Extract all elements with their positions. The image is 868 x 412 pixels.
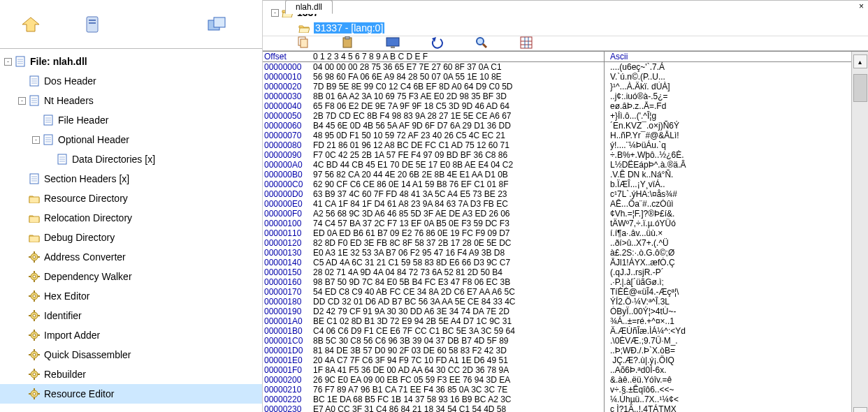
history-icon[interactable] bbox=[82, 15, 102, 34]
hex-bytes: 28 02 71 4A 9D 4A 04 84 72 73 6A 52 81 2… bbox=[313, 267, 604, 277]
search-icon[interactable] bbox=[475, 36, 489, 50]
hex-row[interactable]: 000000C062 90 CF C6 CE 86 0E 14 A1 59 B8… bbox=[263, 179, 851, 189]
hex-row[interactable]: 0000016098 B7 50 9D 7C 84 E0 5B B4 FC E3… bbox=[263, 277, 851, 287]
hex-row[interactable]: 00000060B4 45 6E 0D 4B 56 5A AF 9D 6F D7… bbox=[263, 121, 851, 131]
hex-row[interactable]: 00000190D2 42 79 CF 91 9A 30 30 DD A6 3E… bbox=[263, 307, 851, 316]
expander-icon[interactable]: - bbox=[4, 58, 12, 66]
tree-item-label: Dependency Walker bbox=[44, 271, 132, 282]
hex-row[interactable]: 00000140C5 AD 4A 6C 31 21 C1 59 58 83 8D… bbox=[263, 258, 851, 267]
hex-offset: 000000C0 bbox=[263, 179, 313, 189]
screen-icon[interactable] bbox=[386, 36, 400, 50]
tree-item-optional-header[interactable]: -Optional Header bbox=[0, 130, 262, 149]
hex-bytes: A2 56 68 9C 3D A6 46 85 5D 3F AE DE A3 E… bbox=[313, 209, 604, 219]
hex-row[interactable]: 00000220BC 1E DA 68 B5 FC 1B 14 37 58 93… bbox=[263, 395, 851, 404]
hex-row[interactable]: 0000012082 8D F0 ED 3E FB 8C 8F 58 37 2B… bbox=[263, 238, 851, 248]
hex-row[interactable]: 000000F0A2 56 68 9C 3D A6 46 85 5D 3F AE… bbox=[263, 209, 851, 219]
scroll-up-icon[interactable]: ▴ bbox=[853, 54, 867, 68]
open-icon[interactable] bbox=[21, 15, 41, 34]
svg-rect-3 bbox=[89, 22, 96, 24]
copy-icon[interactable] bbox=[296, 36, 310, 50]
hex-ascii: v÷.§.±Êqîô6..<<~ bbox=[604, 385, 707, 395]
tree-item-address-converter[interactable]: Address Converter bbox=[0, 247, 262, 267]
hex-row[interactable]: 000000308B 01 6A A2 3A 10 69 75 F3 AE E0… bbox=[263, 91, 851, 101]
page-icon bbox=[29, 75, 40, 87]
hex-ascii: b.ÏÆÎ...¡Y¸vïÁ.. bbox=[604, 179, 707, 189]
close-icon[interactable]: × bbox=[859, 1, 864, 11]
hex-row[interactable]: 0000015028 02 71 4A 9D 4A 04 84 72 73 6A… bbox=[263, 267, 851, 277]
tree-item-label: Optional Header bbox=[58, 134, 129, 145]
hex-row[interactable]: 0000007048 95 0D F1 50 10 59 72 AF 23 40… bbox=[263, 131, 851, 140]
hex-ascii: ¼.Úhµü..7X..¹¼¢< bbox=[604, 395, 707, 404]
grid-icon[interactable] bbox=[520, 36, 534, 50]
hex-bytes: 04 00 00 00 28 75 36 65 E7 7E 27 60 8F 3… bbox=[313, 62, 604, 72]
hex-row[interactable]: 000000E041 CA 1F 84 1F D4 61 A8 23 9A 84… bbox=[263, 199, 851, 209]
expander-icon[interactable]: - bbox=[271, 9, 279, 17]
hex-row[interactable]: 00000110ED 0A ED B6 61 B7 09 E2 76 86 0E… bbox=[263, 228, 851, 238]
tree-item-relocation-directory[interactable]: Relocation Directory bbox=[0, 208, 262, 228]
hex-ascii: +}Íì.ô...('.^Î¦g bbox=[604, 111, 707, 121]
hex-row[interactable]: 0000001056 98 60 FA 06 6E A9 84 28 50 07… bbox=[263, 72, 851, 82]
tree-item-dependency-walker[interactable]: Dependency Walker bbox=[0, 267, 262, 286]
hex-bytes: B4 45 6E 0D 4B 56 5A AF 9D 6F D7 6A 29 D… bbox=[313, 121, 604, 131]
hex-row[interactable]: 00000180DD CD 32 01 D6 AD B7 BC 56 3A AA… bbox=[263, 297, 851, 307]
hex-row[interactable]: 00000230E7 A0 CC 3F 31 C4 86 84 21 18 34… bbox=[263, 404, 851, 412]
hex-ascii: .\0ÈVÆ.;9.7Û·M_. bbox=[604, 336, 707, 346]
hex-row[interactable]: 0000004065 F8 06 E2 DE 9E 7A 9F 9F 18 C5… bbox=[263, 101, 851, 111]
hex-bytes: ED 0A ED B6 61 B7 09 E2 76 86 0E 19 FC F… bbox=[313, 228, 604, 238]
scroll-down-icon[interactable]: ▾ bbox=[853, 407, 867, 412]
hex-row[interactable]: 0000000004 00 00 00 28 75 36 65 E7 7E 27… bbox=[263, 62, 851, 72]
hex-row[interactable]: 000001E020 4A C7 7F C6 3F 94 F9 7C 10 FD… bbox=[263, 355, 851, 365]
hex-offset: 00000230 bbox=[263, 404, 313, 412]
hex-row[interactable]: 000001B0C4 06 C6 D9 F1 CE E6 7F CC C1 BC… bbox=[263, 326, 851, 336]
hex-ascii: Ä.ÆÙñÎæ.ÌÁ¼^:<Yd bbox=[604, 326, 707, 336]
tree-item-label: Rebuilder bbox=[44, 369, 86, 380]
tree-item-resource-editor[interactable]: Resource Editor bbox=[0, 384, 262, 404]
hex-ascii: ....(u6eç~'`.7.Á bbox=[604, 62, 707, 72]
tree-item-data-directories-x-[interactable]: Data Directories [x] bbox=[0, 149, 262, 169]
hex-row[interactable]: 000001D081 84 DE 3B 57 D0 90 2F 03 DE 60… bbox=[263, 346, 851, 355]
hex-row[interactable]: 000001F01F 8A 41 F5 36 DE 00 AD AA 64 30… bbox=[263, 365, 851, 375]
hex-row[interactable]: 00000130E0 A3 1E 32 53 3A B7 06 F2 95 47… bbox=[263, 248, 851, 258]
tree-item-dos-header[interactable]: Dos Header bbox=[0, 71, 262, 91]
scroll-thumb[interactable] bbox=[853, 74, 867, 102]
hex-row[interactable]: 0000017054 ED C8 C9 40 AB FC CE 34 8A 2D… bbox=[263, 287, 851, 297]
hex-row[interactable]: 0000010074 C4 57 BA 37 2C F7 13 EF 0A B5… bbox=[263, 219, 851, 228]
hex-ascii: c¹7L`.ýHA:\¤ås¾# bbox=[604, 189, 707, 199]
hex-row[interactable]: 0000020026 9C E0 EA 09 00 EB FC 05 59 F3… bbox=[263, 375, 851, 385]
tree-item-debug-directory[interactable]: Debug Directory bbox=[0, 228, 262, 247]
tree-item-section-headers-x-[interactable]: Section Headers [x] bbox=[0, 169, 262, 189]
tab-nlah[interactable]: nlah.dll bbox=[285, 0, 333, 14]
svg-rect-1 bbox=[87, 17, 98, 32]
hex-row[interactable]: 0000021076 F7 89 A7 96 B1 CA 71 EE F4 36… bbox=[263, 385, 851, 395]
tree-item-label: Hex Editor bbox=[44, 290, 89, 302]
hex-row[interactable]: 00000090F7 0C 42 25 2B 1A 57 FE F4 97 09… bbox=[263, 150, 851, 160]
scrollbar[interactable]: ▴ ▾ bbox=[851, 52, 868, 412]
hex-body[interactable]: 0000000004 00 00 00 28 75 36 65 E7 7E 27… bbox=[263, 62, 851, 412]
tree-item-file-nlah-dll[interactable]: -File: nlah.dll bbox=[0, 52, 262, 71]
paste-icon[interactable] bbox=[341, 36, 355, 50]
hex-row[interactable]: 000000D063 B9 37 4C 60 7F FD 48 41 3A 5C… bbox=[263, 189, 851, 199]
hex-row[interactable]: 000001C08B 5C 30 C8 56 C6 96 3B 39 04 37… bbox=[263, 336, 851, 346]
hex-row[interactable]: 00000080FD 21 86 01 96 12 A8 BC DE FC C1… bbox=[263, 140, 851, 150]
res-item[interactable]: -1337 bbox=[268, 5, 862, 20]
hex-row[interactable]: 000000502B 7D CD EC 8B F4 98 83 9A 28 27… bbox=[263, 111, 851, 121]
res-item[interactable]: 31337 - [lang:0] bbox=[268, 20, 862, 36]
hex-row[interactable]: 000000B097 56 82 CA 20 44 4E 20 6B 2E 8B… bbox=[263, 170, 851, 179]
tree-item-rebuilder[interactable]: Rebuilder bbox=[0, 365, 262, 384]
expander-icon[interactable]: - bbox=[32, 136, 40, 144]
hex-bytes: 76 F7 89 A7 96 B1 CA 71 EE F4 36 85 0A 3… bbox=[313, 385, 604, 395]
tree-item-resource-directory[interactable]: Resource Directory bbox=[0, 189, 262, 208]
hex-bytes: 98 B7 50 9D 7C 84 E0 5B B4 FC E3 47 F8 0… bbox=[313, 277, 604, 287]
hex-row[interactable]: 000001A0BE C1 02 8D B1 3D 72 E9 94 2B 5E… bbox=[263, 316, 851, 326]
tree-item-nt-headers[interactable]: -Nt Headers bbox=[0, 91, 262, 110]
hex-row[interactable]: 000000A04C BD 44 CB 45 E1 70 DE 5E 17 E0… bbox=[263, 160, 851, 170]
undo-icon[interactable] bbox=[431, 36, 444, 50]
hex-row[interactable]: 000000207D B9 5E 8E 99 C0 12 C4 6B EF 8D… bbox=[263, 82, 851, 91]
tree-item-file-header[interactable]: File Header bbox=[0, 110, 262, 130]
tree-item-quick-disassembler[interactable]: Quick Disassembler bbox=[0, 345, 262, 365]
tree-item-hex-editor[interactable]: Hex Editor bbox=[0, 286, 262, 306]
tree-item-import-adder[interactable]: Import Adder bbox=[0, 325, 262, 345]
tree-item-identifier[interactable]: Identifier bbox=[0, 306, 262, 325]
expander-icon[interactable]: - bbox=[18, 97, 26, 105]
windows-icon[interactable] bbox=[207, 15, 226, 34]
